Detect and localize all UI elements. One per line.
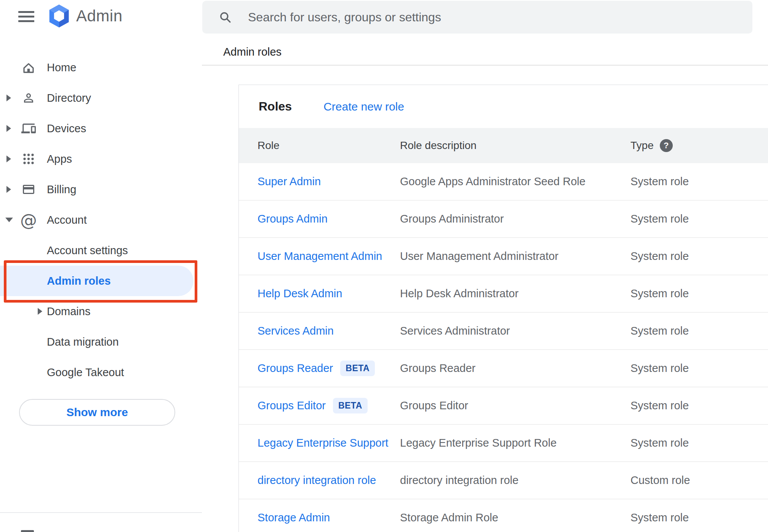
table-row: Help Desk Admin Help Desk Administrator … bbox=[239, 275, 768, 312]
expand-arrow-icon[interactable] bbox=[6, 186, 11, 193]
table-body: Super Admin Google Apps Administrator Se… bbox=[239, 163, 768, 532]
column-header-type-label: Type bbox=[630, 139, 654, 152]
home-icon bbox=[21, 60, 36, 75]
role-cell: Super Admin bbox=[258, 175, 400, 188]
role-description: Groups Reader bbox=[400, 362, 630, 375]
create-new-role-link[interactable]: Create new role bbox=[323, 100, 404, 113]
role-link[interactable]: Groups Reader bbox=[258, 362, 333, 375]
role-link[interactable]: directory integration role bbox=[258, 474, 376, 487]
sidebar-nav: Home Directory Devices bbox=[0, 52, 202, 426]
search-bar[interactable]: Search for users, groups or settings bbox=[202, 1, 752, 34]
sidebar-item-apps[interactable]: Apps bbox=[0, 144, 202, 174]
role-cell: Groups Admin bbox=[258, 213, 400, 225]
role-type: System role bbox=[630, 175, 768, 188]
sidebar-item-label: Home bbox=[47, 61, 76, 74]
sidebar-item-directory[interactable]: Directory bbox=[0, 83, 202, 113]
role-description: Storage Admin Role bbox=[400, 511, 630, 524]
role-description: Help Desk Administrator bbox=[400, 287, 630, 300]
sidebar-item-admin-roles[interactable]: Admin roles bbox=[0, 266, 194, 296]
role-type: System role bbox=[630, 362, 768, 375]
table-row: User Management Admin User Management Ad… bbox=[239, 238, 768, 275]
sidebar-item-home[interactable]: Home bbox=[0, 52, 202, 83]
admin-hexagon-logo-icon bbox=[48, 4, 70, 28]
sidebar-item-label: Account bbox=[47, 214, 87, 226]
beta-badge: BETA bbox=[340, 361, 375, 376]
role-type: System role bbox=[630, 399, 768, 412]
expand-arrow-icon[interactable] bbox=[6, 155, 11, 162]
role-cell: Storage Admin bbox=[258, 511, 400, 524]
role-description: Groups Administrator bbox=[400, 213, 630, 225]
sidebar-item-data-migration[interactable]: Data migration bbox=[0, 327, 202, 357]
column-header-description: Role description bbox=[400, 139, 630, 152]
sidebar-divider bbox=[0, 512, 202, 513]
breadcrumb: Admin roles bbox=[223, 46, 282, 58]
role-type: System role bbox=[630, 250, 768, 263]
sidebar: Admin Home Directory Devices bbox=[0, 0, 202, 532]
sidebar-item-billing[interactable]: Billing bbox=[0, 174, 202, 205]
role-cell: directory integration role bbox=[258, 474, 400, 487]
table-row: Groups Editor BETA Groups Editor System … bbox=[239, 387, 768, 425]
role-type: System role bbox=[630, 325, 768, 337]
help-icon[interactable]: ? bbox=[660, 139, 673, 152]
role-link[interactable]: Services Admin bbox=[258, 325, 334, 337]
role-cell: User Management Admin bbox=[258, 250, 400, 263]
expand-arrow-icon[interactable] bbox=[6, 125, 11, 132]
table-row: Storage Admin Storage Admin Role System … bbox=[239, 499, 768, 532]
role-type: Custom role bbox=[630, 474, 768, 487]
sidebar-item-google-takeout[interactable]: Google Takeout bbox=[0, 357, 202, 388]
role-description: Legacy Enterprise Support Role bbox=[400, 437, 630, 449]
role-description: Google Apps Administrator Seed Role bbox=[400, 175, 630, 188]
card-header: Roles Create new role bbox=[239, 85, 768, 128]
show-more-button[interactable]: Show more bbox=[19, 399, 175, 426]
search-icon bbox=[218, 10, 232, 24]
sidebar-item-label: Devices bbox=[47, 122, 86, 135]
breadcrumb-row: Admin roles bbox=[202, 34, 768, 66]
role-description: directory integration role bbox=[400, 474, 630, 487]
column-header-role: Role bbox=[258, 139, 400, 152]
apps-grid-icon bbox=[21, 151, 36, 167]
card-title: Roles bbox=[259, 99, 292, 114]
role-link[interactable]: Help Desk Admin bbox=[258, 287, 342, 300]
sidebar-item-label: Account settings bbox=[47, 244, 128, 257]
role-description: Services Administrator bbox=[400, 325, 630, 337]
at-icon: @ bbox=[21, 212, 36, 228]
table-row: Groups Reader BETA Groups Reader System … bbox=[239, 350, 768, 387]
sidebar-item-label: Domains bbox=[47, 305, 90, 318]
role-type: System role bbox=[630, 437, 768, 449]
sidebar-item-account-settings[interactable]: Account settings bbox=[0, 235, 202, 266]
sidebar-item-label: Directory bbox=[47, 92, 91, 104]
main-content: Admin roles Roles Create new role Role R… bbox=[202, 34, 768, 532]
roles-card: Roles Create new role Role Role descript… bbox=[238, 85, 768, 532]
expand-arrow-icon[interactable] bbox=[38, 308, 42, 315]
table-row: Services Admin Services Administrator Sy… bbox=[239, 312, 768, 350]
role-link[interactable]: User Management Admin bbox=[258, 250, 382, 263]
role-type: System role bbox=[630, 511, 768, 524]
role-link[interactable]: Groups Editor bbox=[258, 399, 326, 412]
role-cell: Services Admin bbox=[258, 325, 400, 337]
role-link[interactable]: Legacy Enterprise Support bbox=[258, 437, 388, 449]
table-row: directory integration role directory int… bbox=[239, 462, 768, 499]
sidebar-item-label: Apps bbox=[47, 153, 72, 165]
role-type: System role bbox=[630, 213, 768, 225]
menu-icon[interactable] bbox=[18, 11, 34, 22]
sidebar-item-account[interactable]: @ Account bbox=[0, 205, 202, 235]
sidebar-item-domains[interactable]: Domains bbox=[0, 296, 202, 327]
table-row: Super Admin Google Apps Administrator Se… bbox=[239, 163, 768, 200]
role-cell: Groups Editor BETA bbox=[258, 398, 400, 413]
expand-arrow-icon[interactable] bbox=[6, 95, 11, 101]
role-link[interactable]: Storage Admin bbox=[258, 511, 330, 524]
sidebar-item-devices[interactable]: Devices bbox=[0, 113, 202, 144]
table-row: Legacy Enterprise Support Legacy Enterpr… bbox=[239, 425, 768, 462]
credit-card-icon bbox=[21, 182, 36, 197]
collapse-arrow-icon[interactable] bbox=[5, 218, 13, 222]
sidebar-item-label: Billing bbox=[47, 183, 76, 196]
role-link[interactable]: Super Admin bbox=[258, 175, 321, 188]
column-header-type: Type ? bbox=[630, 139, 768, 152]
role-cell: Help Desk Admin bbox=[258, 287, 400, 300]
table-header-row: Role Role description Type ? bbox=[239, 128, 768, 163]
role-description: Groups Editor bbox=[400, 399, 630, 412]
sidebar-header: Admin bbox=[0, 0, 202, 34]
role-cell: Groups Reader BETA bbox=[258, 361, 400, 376]
sidebar-item-label: Google Takeout bbox=[47, 366, 124, 379]
role-link[interactable]: Groups Admin bbox=[258, 213, 328, 225]
